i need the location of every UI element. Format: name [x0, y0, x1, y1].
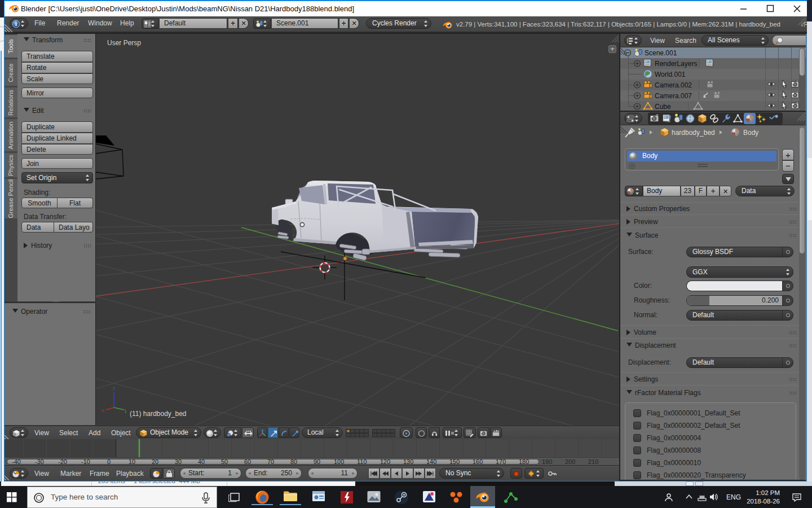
svg-text:x: x — [102, 408, 104, 413]
svg-text:y: y — [125, 408, 126, 413]
svg-text:z: z — [113, 386, 116, 391]
svg-text:i: i — [15, 21, 17, 27]
